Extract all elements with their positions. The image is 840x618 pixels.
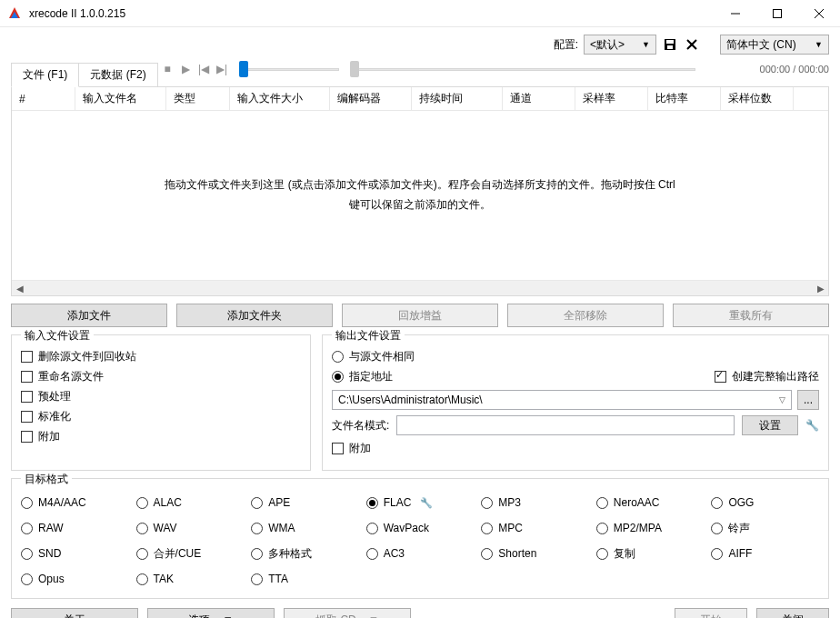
format-radio-ac3[interactable] (366, 548, 378, 560)
format-radio-opus[interactable] (21, 573, 33, 585)
format-radio-raw[interactable] (21, 523, 33, 534)
save-config-icon[interactable] (662, 36, 678, 53)
format-radio-mp3[interactable] (481, 497, 493, 509)
minimize-button[interactable] (715, 0, 756, 27)
format-grid: M4A/AACALACAPEFLAC🔧MP3NeroAACOGGRAWWAVWM… (21, 493, 819, 589)
format-radio-wavpack[interactable] (366, 523, 378, 534)
add-folder-button[interactable]: 添加文件夹 (176, 304, 333, 327)
format-radio-tta[interactable] (251, 573, 263, 585)
format-label: TTA (268, 573, 288, 585)
format-label: TAK (154, 573, 174, 585)
chevron-down-icon: ▼ (642, 40, 650, 49)
column-header[interactable]: 编解码器 (330, 87, 412, 110)
column-header[interactable]: 输入文件大小 (230, 87, 330, 110)
maximize-button[interactable] (756, 0, 798, 27)
format-radio-flac[interactable] (366, 497, 378, 509)
rename-source-checkbox[interactable] (21, 371, 33, 383)
format-label: ALAC (154, 496, 182, 509)
start-button[interactable]: 开始 (675, 608, 747, 618)
format-radio-alac[interactable] (136, 497, 148, 509)
format-radio-m4aaac[interactable] (21, 497, 33, 509)
wrench-icon[interactable]: 🔧 (805, 419, 819, 432)
format-label: MP3 (498, 496, 521, 509)
format-radio-[interactable] (251, 548, 263, 560)
format-radio-snd[interactable] (21, 548, 33, 560)
close-footer-button[interactable]: 关闭 (756, 608, 829, 618)
normalize-label: 标准化 (38, 409, 71, 424)
column-header[interactable]: 持续时间 (412, 87, 503, 110)
scroll-right-icon[interactable]: ▶ (813, 281, 828, 296)
config-select[interactable]: <默认> ▼ (584, 35, 656, 55)
output-settings-fieldset: 输出文件设置 与源文件相同 指定地址 创建完整输出路径 C:\Users\Adm… (322, 334, 829, 471)
format-label: 多种格式 (268, 546, 312, 562)
language-select[interactable]: 简体中文 (CN) ▼ (720, 35, 829, 55)
options-button[interactable]: 选项 ▼ (147, 608, 275, 618)
chevron-down-icon: ▼ (815, 40, 823, 49)
column-header[interactable]: # (12, 87, 75, 110)
format-radio-[interactable] (596, 548, 608, 560)
set-pattern-button[interactable]: 设置 (742, 415, 798, 435)
close-button[interactable] (798, 0, 840, 27)
format-radio-neroaac[interactable] (596, 497, 608, 509)
tab-1[interactable]: 元数据 (F2) (78, 63, 157, 87)
app-title: xrecode II 1.0.0.215 (29, 7, 715, 20)
format-radio-wav[interactable] (136, 523, 148, 534)
format-radio-[interactable] (711, 523, 723, 534)
about-button[interactable]: 关于 (11, 608, 138, 618)
browse-path-button[interactable]: ... (797, 390, 819, 410)
format-radio-cue[interactable] (136, 548, 148, 560)
column-header[interactable]: 类型 (166, 87, 230, 110)
format-radio-wma[interactable] (251, 523, 263, 534)
add-file-button[interactable]: 添加文件 (11, 304, 167, 327)
append-input-checkbox[interactable] (21, 431, 33, 443)
append-output-label: 附加 (349, 441, 371, 456)
table-header: #输入文件名类型输入文件大小编解码器持续时间通道采样率比特率采样位数 (12, 87, 828, 111)
format-label: SND (38, 547, 61, 560)
normalize-checkbox[interactable] (21, 411, 33, 423)
format-radio-aiff[interactable] (711, 548, 723, 560)
input-settings-legend: 输入文件设置 (21, 328, 94, 344)
format-radio-tak[interactable] (136, 573, 148, 585)
same-as-source-label: 与源文件相同 (349, 349, 415, 364)
delete-source-checkbox[interactable] (21, 351, 33, 363)
format-label: Shorten (498, 547, 536, 560)
append-output-checkbox[interactable] (332, 443, 344, 454)
remove-all-button[interactable]: 全部移除 (507, 304, 664, 327)
format-label: 铃声 (728, 521, 750, 536)
format-radio-shorten[interactable] (481, 548, 493, 560)
specify-path-radio[interactable] (332, 371, 344, 383)
format-label: WMA (268, 522, 295, 534)
format-label: WavPack (384, 522, 429, 534)
same-as-source-radio[interactable] (332, 351, 344, 363)
format-radio-mpc[interactable] (481, 523, 493, 534)
column-header[interactable]: 比特率 (648, 87, 721, 110)
wrench-icon[interactable]: 🔧 (420, 497, 433, 509)
drop-hint[interactable]: 拖动文件或文件夹到这里 (或点击添加文件或添加文件夹)。程序会自动选择所支持的文… (12, 111, 828, 280)
top-config-row: 配置: <默认> ▼ 简体中文 (CN) ▼ (11, 35, 829, 55)
column-header[interactable]: 采样位数 (721, 87, 794, 110)
format-label: RAW (38, 522, 64, 534)
tab-0[interactable]: 文件 (F1) (11, 63, 79, 87)
column-header[interactable]: 输入文件名 (75, 87, 166, 110)
format-radio-mp2mpa[interactable] (596, 523, 608, 534)
horizontal-scrollbar[interactable]: ◀ ▶ (12, 280, 828, 295)
specify-path-label: 指定地址 (349, 369, 393, 384)
replay-gain-button[interactable]: 回放增益 (342, 304, 498, 327)
filename-pattern-input[interactable] (396, 415, 735, 435)
format-radio-ogg[interactable] (711, 497, 723, 509)
append-input-label: 附加 (38, 429, 60, 444)
drop-hint-line1: 拖动文件或文件夹到这里 (或点击添加文件或添加文件夹)。程序会自动选择所支持的文… (165, 175, 675, 195)
drop-hint-line2: 键可以保留之前添加的文件。 (165, 195, 675, 215)
column-header[interactable]: 采样率 (575, 87, 648, 110)
settings-row: 输入文件设置 删除源文件到回收站 重命名源文件 预处理 标准化 附加 输出文件设… (11, 334, 829, 471)
column-header[interactable]: 通道 (503, 87, 575, 110)
delete-config-icon[interactable] (684, 36, 700, 53)
rip-cd-button[interactable]: 抓取 CD ▼ (284, 608, 411, 618)
scroll-left-icon[interactable]: ◀ (12, 281, 27, 296)
preprocess-checkbox[interactable] (21, 391, 33, 403)
output-path-combo[interactable]: C:\Users\Administrator\Music\ ▽ (332, 390, 792, 410)
format-radio-ape[interactable] (251, 497, 263, 509)
reload-all-button[interactable]: 重载所有 (673, 304, 829, 327)
create-full-path-checkbox[interactable] (715, 371, 726, 383)
svg-rect-3 (774, 10, 782, 18)
